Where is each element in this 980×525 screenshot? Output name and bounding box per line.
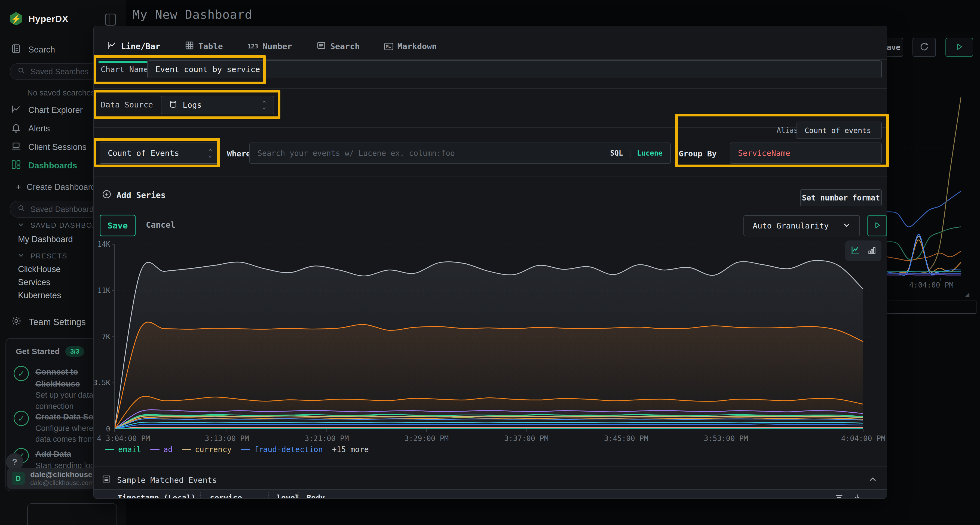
add-series-button[interactable]: Add Series [102,189,166,201]
sidebar-item-alerts[interactable]: Alerts [0,122,50,135]
query-language-toggle[interactable]: SQL | Lucene [610,149,663,157]
laptop-icon [11,141,21,154]
get-started-title: Get Started [16,347,60,356]
svg-text:3:45:00 PM: 3:45:00 PM [604,434,648,443]
column-timestamp[interactable]: Timestamp (Local) [118,493,196,499]
legend-label: currency [195,445,232,454]
cancel-button[interactable]: Cancel [146,220,175,230]
svg-text:3:53:00 PM: 3:53:00 PM [704,434,748,443]
refresh-button[interactable] [913,38,936,57]
play-icon [873,221,881,230]
user-name: dale@clickhouse.c [30,470,99,479]
svg-text:4:04:00 PM: 4:04:00 PM [841,434,886,443]
section-label: PRESETS [30,252,67,260]
play-icon [955,43,963,52]
search-doc-icon [11,43,21,56]
legend-more-link[interactable]: +15 more [332,445,369,454]
toggle-separator: | [628,149,632,157]
legend-item[interactable]: fraud-detection [241,445,323,454]
sidebar-item-kubernetes[interactable]: Kubernetes [18,290,61,300]
tab-search[interactable]: Search [308,36,368,57]
tab-number[interactable]: 123 Number [239,36,301,57]
plus-icon: + [16,182,21,192]
lucene-option[interactable]: Lucene [637,149,663,157]
tab-table[interactable]: Table [176,36,232,57]
create-dashboard-button[interactable]: + Create Dashboard [0,182,95,192]
background-dashboard-chart [887,82,969,288]
sidebar-item-dashboards[interactable]: Dashboards [0,159,77,172]
column-body[interactable]: Body [307,493,325,499]
saved-searches-placeholder: Saved Searches [30,67,89,76]
download-icon[interactable] [853,493,862,499]
sidebar-item-client-sessions[interactable]: Client Sessions [0,141,87,154]
svg-text:3.5K: 3.5K [93,379,110,387]
sql-option[interactable]: SQL [610,149,623,157]
chevron-up-icon[interactable] [868,475,877,485]
background-empty-field[interactable] [887,301,977,314]
sample-events-header: Sample Matched Events [102,474,217,485]
chevron-down-icon [843,221,851,231]
sidebar-item-chart-explorer[interactable]: Chart Explorer [0,104,83,116]
column-level[interactable]: level [277,493,299,499]
tab-line-bar[interactable]: Line/Bar [99,36,169,57]
sidebar-item-label: Dashboards [28,161,77,171]
gear-icon [11,316,22,328]
add-series-label: Add Series [116,190,166,200]
tab-label: Markdown [398,41,437,51]
legend-swatch [182,449,191,450]
sidebar-item-services[interactable]: Services [18,278,50,287]
section-presets[interactable]: PRESETS [18,252,67,260]
number-123-icon: 123 [247,43,258,50]
sidebar-item-label: Search [28,45,55,55]
sidebar-item-clickhouse[interactable]: ClickHouse [18,265,61,274]
where-search-input[interactable]: Search your events w/ Lucene ex. column:… [249,143,671,164]
sidebar-item-label: Team Settings [29,317,86,327]
chart-explorer-icon [11,104,21,116]
cancel-label: Cancel [146,220,175,230]
editor-tabs: Line/Bar Table 123 Number Search [99,36,445,57]
line-chart-icon [107,41,116,52]
brand[interactable]: ⚡ HyperDX [9,12,68,25]
background-chart-x-tick: 4:04:00 PM [909,281,954,289]
svg-text:Aug 4 3:04:00 PM: Aug 4 3:04:00 PM [93,434,150,443]
main-line-chart[interactable]: 14K11K7K3.5K0Aug 4 3:04:00 PM3:13:00 PM3… [105,233,883,450]
sidebar-item-label: Alerts [28,124,50,133]
set-number-format-button[interactable]: Set number format [800,189,882,206]
sidebar-item-search[interactable]: Search [0,43,55,56]
bg-series-line [887,240,961,273]
tab-label: Table [199,41,223,51]
legend-swatch [150,449,159,450]
tile-resize-handle[interactable]: ◢ [965,291,969,298]
column-service[interactable]: service [210,493,242,499]
sidebar-item-team-settings[interactable]: Team Settings [0,316,86,328]
svg-text:14K: 14K [97,240,110,248]
bg-series-line [887,191,961,227]
saved-dashboards-placeholder: Saved Dashboards [30,205,98,214]
set-number-format-label: Set number format [802,194,880,202]
highlight-data-source [94,90,280,119]
list-icon [102,474,111,485]
granularity-value: Auto Granularity [753,221,829,230]
svg-text:3:13:00 PM: 3:13:00 PM [205,434,249,443]
column-separator [269,492,269,499]
tab-label: Search [330,41,360,51]
sidebar-collapse-icon[interactable] [105,14,116,25]
where-label: Where [227,149,251,158]
sidebar-item-my-dashboard[interactable]: My Dashboard [18,235,73,244]
chart-legend: email ad currency fraud-detection +15 mo… [105,445,369,454]
get-started-item-title: Add Data [35,448,101,460]
legend-item[interactable]: ad [150,445,173,454]
bg-series-line [887,97,961,273]
filter-icon[interactable] [835,493,844,499]
legend-label: email [118,445,141,454]
legend-item[interactable]: email [105,445,141,454]
tab-markdown[interactable]: M↓ Markdown [375,36,445,57]
events-table-header: Timestamp (Local) service level Body [94,489,887,499]
chevron-down-icon [18,221,24,230]
user-subtext: dale@clickhouse.com's [30,479,99,487]
chevron-down-icon [18,252,24,260]
legend-item[interactable]: currency [182,445,232,454]
live-play-button[interactable] [945,38,973,57]
legend-label: fraud-detection [254,445,323,454]
search-list-icon [317,41,326,52]
